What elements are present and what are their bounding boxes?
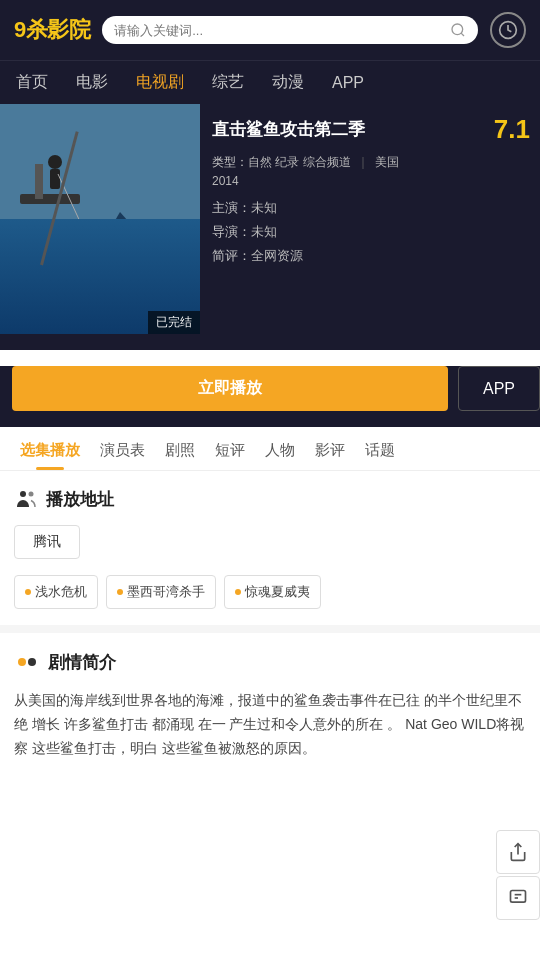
synopsis-title: 剧情简介: [14, 649, 526, 675]
ep-label-3: 惊魂夏威夷: [245, 583, 310, 601]
tab-characters[interactable]: 人物: [255, 427, 305, 470]
cast-value: 未知: [251, 200, 277, 215]
meta-year: 2014: [212, 174, 239, 188]
tab-stills[interactable]: 剧照: [155, 427, 205, 470]
svg-point-0: [452, 24, 463, 35]
source-tencent[interactable]: 腾讯: [14, 525, 80, 559]
nav-item-tv[interactable]: 电视剧: [136, 72, 184, 93]
play-source-section: 播放地址 腾讯 浅水危机 墨西哥湾杀手 惊魂夏威夷: [0, 471, 540, 625]
svg-point-13: [18, 658, 26, 666]
logo: 9杀影院: [14, 15, 90, 45]
detail-content-row: 已完结 直击鲨鱼攻击第二季 7.1 类型：自然 纪录 综合频道｜美国 2014 …: [0, 104, 540, 350]
main-nav: 首页 电影 电视剧 综艺 动漫 APP: [0, 60, 540, 104]
poster-image: [0, 104, 200, 334]
info-panel: 直击鲨鱼攻击第二季 7.1 类型：自然 纪录 综合频道｜美国 2014 主演：未…: [200, 104, 540, 334]
play-source-label: 播放地址: [46, 488, 114, 511]
director-label: 导演：: [212, 224, 251, 239]
ep-dot-3: [235, 589, 241, 595]
meta-genres: 自然 纪录 综合频道: [248, 155, 351, 169]
nav-item-variety[interactable]: 综艺: [212, 72, 244, 93]
episode-1[interactable]: 浅水危机: [14, 575, 98, 609]
nav-item-app[interactable]: APP: [332, 74, 364, 92]
nav-item-anime[interactable]: 动漫: [272, 72, 304, 93]
svg-point-12: [29, 492, 34, 497]
meta-sep: ｜: [357, 155, 369, 169]
tab-cast[interactable]: 演员表: [90, 427, 155, 470]
history-button[interactable]: [490, 12, 526, 48]
ep-label-2: 墨西哥湾杀手: [127, 583, 205, 601]
divider-1: [0, 625, 540, 633]
episode-3[interactable]: 惊魂夏威夷: [224, 575, 321, 609]
tab-reviews[interactable]: 短评: [205, 427, 255, 470]
director-row: 导演：未知: [212, 223, 530, 241]
search-icon: [450, 22, 466, 38]
source-button-row: 腾讯: [14, 525, 526, 567]
cast-label: 主演：: [212, 200, 251, 215]
meta-type-label: 类型：: [212, 155, 248, 169]
episode-2[interactable]: 墨西哥湾杀手: [106, 575, 216, 609]
director-value: 未知: [251, 224, 277, 239]
top-bar: 9杀影院: [0, 0, 540, 60]
svg-point-10: [87, 250, 103, 258]
svg-line-1: [461, 33, 464, 36]
poster-svg: [0, 104, 200, 334]
app-button[interactable]: APP: [458, 366, 540, 411]
svg-point-7: [48, 155, 62, 169]
svg-point-11: [20, 491, 26, 497]
completed-badge: 已完结: [148, 311, 200, 334]
play-source-title: 播放地址: [14, 487, 526, 511]
play-button[interactable]: 立即播放: [12, 366, 448, 411]
synopsis-icon: [14, 649, 40, 675]
svg-rect-6: [35, 164, 43, 199]
ep-dot-1: [25, 589, 31, 595]
tab-episodes[interactable]: 选集播放: [10, 427, 90, 470]
search-bar[interactable]: [102, 16, 478, 44]
svg-point-14: [28, 658, 36, 666]
play-source-icon: [14, 487, 38, 511]
nav-item-movie[interactable]: 电影: [76, 72, 108, 93]
episodes-list: 浅水危机 墨西哥湾杀手 惊魂夏威夷: [14, 575, 526, 609]
ep-label-1: 浅水危机: [35, 583, 87, 601]
desc-label: 简评：: [212, 248, 251, 263]
desc-value: 全网资源: [251, 248, 303, 263]
meta-row: 类型：自然 纪录 综合频道｜美国 2014: [212, 153, 530, 191]
tab-critique[interactable]: 影评: [305, 427, 355, 470]
svg-rect-8: [50, 169, 60, 189]
detail-title: 直击鲨鱼攻击第二季: [212, 108, 494, 142]
detail-tabs: 选集播放 演员表 剧照 短评 人物 影评 话题: [0, 427, 540, 471]
synopsis-section: 剧情简介 从美国的海岸线到世界各地的海滩，报道中的鲨鱼袭击事件在已往 的半个世纪…: [0, 633, 540, 776]
cast-row: 主演：未知: [212, 199, 530, 217]
tab-topics[interactable]: 话题: [355, 427, 405, 470]
synopsis-label: 剧情简介: [48, 651, 116, 674]
desc-row: 简评：全网资源: [212, 247, 530, 265]
action-buttons: 立即播放 APP: [0, 366, 540, 427]
nav-item-home[interactable]: 首页: [16, 72, 48, 93]
clock-icon: [498, 20, 518, 40]
svg-rect-3: [0, 104, 200, 334]
poster: 已完结: [0, 104, 200, 334]
rating-score: 7.1: [494, 108, 530, 145]
synopsis-text: 从美国的海岸线到世界各地的海滩，报道中的鲨鱼袭击事件在已往 的半个世纪里不绝 增…: [14, 689, 526, 760]
meta-country: 美国: [375, 155, 399, 169]
search-input[interactable]: [114, 23, 444, 38]
ep-dot-2: [117, 589, 123, 595]
